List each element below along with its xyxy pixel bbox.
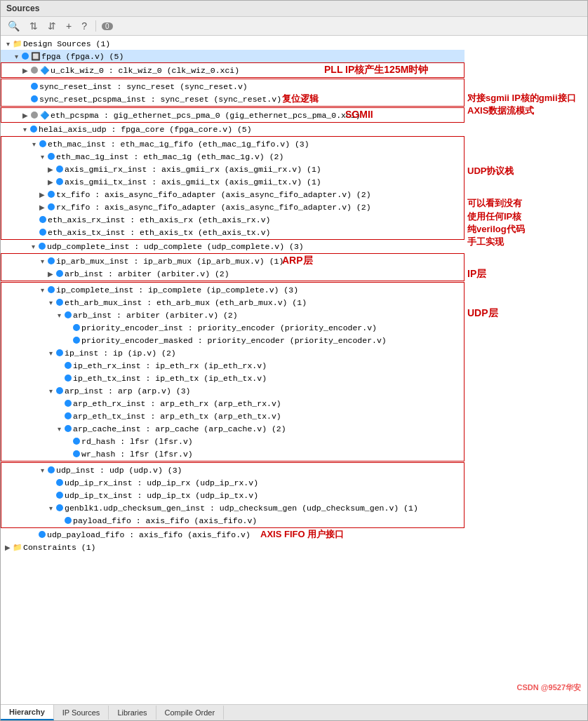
source-tree: ▾ 📁 Design Sources (1) ▾ 🔲 fpga (fpga.v)… bbox=[1, 36, 465, 555]
tx-fifo-dot bbox=[48, 191, 55, 198]
helai-expand[interactable]: ▾ bbox=[20, 126, 29, 133]
udp-ip-tx-label: udp_ip_tx_inst : udp_ip_tx (udp_ip_tx.v) bbox=[65, 491, 258, 500]
payload-fifo-row[interactable]: payload_fifo : axis_fifo (axis_fifo.v) bbox=[1, 514, 464, 527]
rx-fifo-expand[interactable]: ▶ bbox=[38, 203, 46, 211]
sync-reset-row[interactable]: sync_reset_inst : sync_reset (sync_reset… bbox=[1, 80, 464, 93]
udp-payload-label: udp_payload_fifo : axis_fifo (axis_fifo.… bbox=[47, 530, 250, 539]
eth-mac-1g-expand[interactable]: ▾ bbox=[38, 153, 46, 161]
ip-layer-annotation: IP层 bbox=[467, 268, 584, 281]
genblk-row[interactable]: ▾ genblk1.udp_checksum_gen_inst : udp_ch… bbox=[1, 501, 464, 514]
arp-eth-tx-row[interactable]: arp_eth_tx_inst : arp_eth_tx (arp_eth_tx… bbox=[1, 410, 464, 422]
eth-mac-inst-row[interactable]: ▾ eth_mac_inst : eth_mac_1g_fifo (eth_ma… bbox=[1, 137, 464, 150]
genblk-expand[interactable]: ▾ bbox=[46, 504, 55, 512]
reset-annotation: 复位逻辑 bbox=[282, 93, 319, 105]
ip-complete-row[interactable]: ▾ ip_complete_inst : ip_complete (ip_com… bbox=[1, 283, 464, 296]
fpga-label: fpga (fpga.v) (5) bbox=[41, 52, 123, 61]
eth-axis-tx-row[interactable]: eth_axis_tx_inst : eth_axis_tx (eth_axis… bbox=[1, 226, 464, 238]
design-sources-row[interactable]: ▾ 📁 Design Sources (1) bbox=[1, 37, 465, 50]
udp-complete-row[interactable]: ▾ udp_complete_inst : udp_complete (udp_… bbox=[1, 240, 465, 252]
eth-pcspma-expand[interactable]: ▶ bbox=[21, 112, 29, 119]
axis-gmii-rx-expand[interactable]: ▶ bbox=[46, 166, 55, 173]
tree-panel[interactable]: ▾ 📁 Design Sources (1) ▾ 🔲 fpga (fpga.v)… bbox=[1, 36, 465, 704]
clk-wiz-row[interactable]: ▶ 🔷 u_clk_wiz_0 : clk_wiz_0 (clk_wiz_0.x… bbox=[1, 64, 464, 76]
eth-arb-mux-row[interactable]: ▾ eth_arb_mux_inst : eth_arb_mux (eth_ar… bbox=[1, 296, 464, 309]
priority-enc-masked-row[interactable]: priority_encoder_masked : priority_encod… bbox=[1, 334, 464, 346]
eth-arb-mux-expand[interactable]: ▾ bbox=[46, 299, 55, 306]
tab-compile-order[interactable]: Compile Order bbox=[156, 706, 225, 720]
eth-mac-inst-expand[interactable]: ▾ bbox=[29, 140, 38, 148]
tab-libraries[interactable]: Libraries bbox=[109, 706, 156, 720]
arb-inst2-row[interactable]: ▾ arb_inst : arbiter (arbiter.v) (2) bbox=[1, 309, 464, 321]
tabs-bar: Hierarchy IP Sources Libraries Compile O… bbox=[1, 704, 587, 720]
ip-eth-rx-row[interactable]: ip_eth_rx_inst : ip_eth_rx (ip_eth_rx.v) bbox=[1, 359, 464, 372]
tab-ip-sources[interactable]: IP Sources bbox=[54, 706, 109, 720]
udp-inst-row[interactable]: ▾ udp_inst : udp (udp.v) (3) bbox=[1, 464, 464, 476]
rx-fifo-row[interactable]: ▶ rx_fifo : axis_async_fifo_adapter (axi… bbox=[1, 201, 464, 213]
arb-inst-expand[interactable]: ▶ bbox=[46, 270, 55, 278]
constraints-row[interactable]: ▶ 📁 Constraints (1) bbox=[1, 541, 465, 553]
main-window: Sources 🔍 ⇅ ⇵ + ? 0 ▾ 📁 Design Sources (… bbox=[0, 0, 588, 721]
ip-complete-box: ▾ ip_complete_inst : ip_complete (ip_com… bbox=[1, 282, 465, 461]
arp-eth-rx-row[interactable]: arp_eth_rx_inst : arp_eth_rx (arp_eth_rx… bbox=[1, 397, 464, 410]
ip-arb-mux-expand[interactable]: ▾ bbox=[38, 257, 46, 265]
search-button[interactable]: 🔍 bbox=[5, 19, 22, 33]
ip-inst-expand[interactable]: ▾ bbox=[46, 349, 55, 357]
help-button[interactable]: ? bbox=[79, 19, 90, 33]
add-button[interactable]: + bbox=[63, 19, 74, 33]
fpga-row[interactable]: ▾ 🔲 fpga (fpga.v) (5) bbox=[1, 50, 465, 62]
helai-row[interactable]: ▾ helai_axis_udp : fpga_core (fpga_core.… bbox=[1, 123, 465, 135]
toolbar: 🔍 ⇅ ⇵ + ? 0 bbox=[1, 17, 587, 36]
clk-wiz-expand[interactable]: ▶ bbox=[21, 67, 29, 74]
udp-ip-tx-row[interactable]: udp_ip_tx_inst : udp_ip_tx (udp_ip_tx.v) bbox=[1, 489, 464, 501]
clk-wiz-label: u_clk_wiz_0 : clk_wiz_0 (clk_wiz_0.xci) bbox=[51, 66, 239, 75]
eth-pcspma-row[interactable]: ▶ 🔷 eth_pcspma : gig_ethernet_pcs_pma_0 … bbox=[1, 109, 464, 121]
udp-stack-annotation-block: UDP协议栈 bbox=[467, 165, 584, 177]
arb-inst2-expand[interactable]: ▾ bbox=[55, 311, 63, 319]
clk-wiz-box: ▶ 🔷 u_clk_wiz_0 : clk_wiz_0 (clk_wiz_0.x… bbox=[1, 62, 465, 78]
rd-hash-row[interactable]: rd_hash : lfsr (lfsr.v) bbox=[1, 435, 464, 447]
ip-arb-mux-row[interactable]: ▾ ip_arb_mux_inst : ip_arb_mux (ip_arb_m… bbox=[1, 255, 464, 267]
ip-inst-row[interactable]: ▾ ip_inst : ip (ip.v) (2) bbox=[1, 346, 464, 359]
udp-detail-annotation-block: 可以看到没有 使用任何IP核 纯verilog代码 手工实现 bbox=[467, 197, 584, 248]
sync-reset-pcspma-row[interactable]: sync_reset_pcspma_inst : sync_reset (syn… bbox=[1, 93, 464, 105]
ds-expand[interactable]: ▾ bbox=[4, 40, 12, 48]
wr-hash-row[interactable]: wr_hash : lfsr (lfsr.v) bbox=[1, 447, 464, 460]
udp-inst-label: udp_inst : udp (udp.v) (3) bbox=[56, 466, 182, 475]
sync-reset-pcspma-label: sync_reset_pcspma_inst : sync_reset (syn… bbox=[39, 95, 281, 104]
ip-complete-expand[interactable]: ▾ bbox=[38, 286, 46, 294]
tx-fifo-expand[interactable]: ▶ bbox=[38, 191, 46, 198]
udp-detail-annotation: 可以看到没有 使用任何IP核 纯verilog代码 手工实现 bbox=[467, 197, 584, 248]
ip-eth-tx-row[interactable]: ip_eth_tx_inst : ip_eth_tx (ip_eth_tx.v) bbox=[1, 372, 464, 384]
fpga-expand[interactable]: ▾ bbox=[12, 53, 20, 60]
priority-enc-row[interactable]: priority_encoder_inst : priority_encoder… bbox=[1, 321, 464, 334]
axis-gmii-tx-row[interactable]: ▶ axis_gmii_tx_inst : axis_gmii_tx (axis… bbox=[1, 175, 464, 188]
udp-inst-expand[interactable]: ▾ bbox=[38, 466, 46, 474]
arp-cache-label: arp_cache_inst : arp_cache (arp_cache.v)… bbox=[73, 424, 286, 433]
udp-complete-expand[interactable]: ▾ bbox=[29, 243, 37, 250]
eth-axis-rx-row[interactable]: eth_axis_rx_inst : eth_axis_rx (eth_axis… bbox=[1, 213, 464, 226]
pll-annotation: PLL IP核产生125M时钟 bbox=[324, 64, 428, 76]
axis-gmii-rx-row[interactable]: ▶ axis_gmii_rx_inst : axis_gmii_rx (axis… bbox=[1, 163, 464, 175]
arp-eth-tx-label: arp_eth_tx_inst : arp_eth_tx (arp_eth_tx… bbox=[73, 412, 281, 421]
udp-layer-annotation: UDP层 bbox=[467, 307, 584, 320]
arb-inst-row[interactable]: ▶ arb_inst : arbiter (arbiter.v) (2) bbox=[1, 267, 464, 280]
arp-cache-row[interactable]: ▾ arp_cache_inst : arp_cache (arp_cache.… bbox=[1, 422, 464, 435]
udp-inst-box: ▾ udp_inst : udp (udp.v) (3) udp_ip_rx_i… bbox=[1, 462, 465, 528]
udp-payload-row[interactable]: udp_payload_fifo : axis_fifo (axis_fifo.… bbox=[1, 528, 465, 541]
arp-cache-expand[interactable]: ▾ bbox=[55, 425, 63, 433]
udp-ip-rx-row[interactable]: udp_ip_rx_inst : udp_ip_rx (udp_ip_rx.v) bbox=[1, 476, 464, 489]
priority-enc-dot bbox=[73, 324, 80, 331]
ip-complete-label: ip_complete_inst : ip_complete (ip_compl… bbox=[56, 285, 298, 295]
tab-hierarchy[interactable]: Hierarchy bbox=[1, 705, 54, 720]
tx-fifo-row[interactable]: ▶ tx_fifo : axis_async_fifo_adapter (axi… bbox=[1, 188, 464, 201]
arp-inst-row[interactable]: ▾ arp_inst : arp (arp.v) (3) bbox=[1, 384, 464, 397]
eth-mac-1g-row[interactable]: ▾ eth_mac_1g_inst : eth_mac_1g (eth_mac_… bbox=[1, 150, 464, 163]
eth-pcspma-dot bbox=[31, 112, 38, 119]
expand-button[interactable]: ⇵ bbox=[45, 19, 59, 33]
collapse-button[interactable]: ⇅ bbox=[27, 19, 41, 33]
axis-gmii-tx-expand[interactable]: ▶ bbox=[46, 178, 55, 186]
clk-wiz-icon: 🔷 bbox=[40, 66, 50, 75]
ip-eth-rx-dot bbox=[65, 362, 72, 369]
constraints-expand[interactable]: ▶ bbox=[4, 544, 12, 551]
arp-inst-expand[interactable]: ▾ bbox=[46, 387, 55, 395]
